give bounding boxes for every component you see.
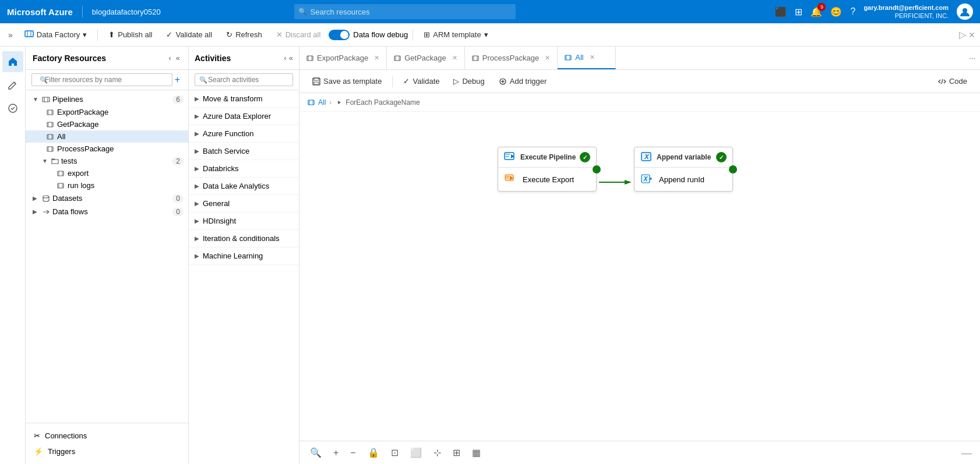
canvas-fit-btn[interactable]: ⊡ — [389, 446, 401, 459]
canvas-select-btn[interactable]: ⊹ — [431, 446, 443, 459]
activity-databricks[interactable]: ▶ Databricks — [189, 160, 299, 178]
tab-icon-2 — [394, 55, 401, 62]
canvas-lock-btn[interactable]: 🔒 — [365, 446, 382, 459]
forward-icon[interactable]: ▷ — [959, 29, 966, 40]
dataflows-section: ▶ Data flows 0 — [26, 205, 188, 218]
pipeline-canvas[interactable]: Execute Pipeline ✓ Execute Export — [299, 112, 980, 464]
save-as-template-btn[interactable]: Save as template — [306, 75, 387, 88]
publish-all-btn[interactable]: ⬆ Publish all — [103, 27, 158, 43]
append-runid-icon: X — [640, 172, 654, 186]
tab-close-2[interactable]: ✕ — [452, 54, 457, 62]
validate-btn[interactable]: ✓ Validate — [397, 75, 445, 88]
canvas-zoom-in-btn[interactable]: + — [331, 447, 341, 459]
breadcrumb: All › ForEach PackageName — [299, 93, 980, 112]
dataflows-label: Data flows — [52, 207, 170, 216]
runlogs-icon — [57, 182, 64, 189]
filter-input[interactable] — [31, 73, 172, 86]
monitor-sidebar-btn[interactable] — [2, 98, 23, 119]
tab-close-3[interactable]: ✕ — [545, 54, 550, 62]
activity-data-lake[interactable]: ▶ Data Lake Analytics — [189, 178, 299, 195]
pipelines-label: Pipelines — [52, 95, 170, 104]
tab-all[interactable]: All ✕ — [558, 47, 616, 69]
activity-label6: Data Lake Analytics — [203, 182, 269, 190]
datasets-header[interactable]: ▶ Datasets 0 — [26, 192, 188, 205]
data-factory-btn[interactable]: Data Factory ▾ — [19, 27, 93, 43]
debug-label: Data flow debug — [353, 30, 408, 39]
svg-rect-17 — [47, 147, 53, 151]
tabs-more-btn[interactable]: ··· — [964, 54, 980, 62]
help-icon[interactable]: ? — [850, 6, 855, 17]
collapse-both-icon[interactable]: « — [175, 52, 181, 63]
pipeline-processpackage-item[interactable]: ProcessPackage — [26, 143, 188, 155]
activity-general[interactable]: ▶ General — [189, 195, 299, 212]
cloud-shell-icon[interactable]: ⬛ — [775, 6, 787, 17]
user-name: gary.brandt@perficient.com — [863, 3, 949, 12]
toggle-thumb — [340, 31, 348, 39]
arm-template-btn[interactable]: ⊞ ARM template ▾ — [418, 27, 493, 43]
add-trigger-btn[interactable]: Add trigger — [493, 75, 553, 88]
activities-collapse-icon[interactable]: ‹ — [284, 54, 286, 62]
activity-batch-service[interactable]: ▶ Batch Service — [189, 143, 299, 160]
activities-panel: Activities ‹ « 🔍 ▶ Move & transform ▶ Az… — [189, 47, 299, 464]
feedback-icon[interactable]: 😊 — [830, 6, 842, 17]
collapse-icon[interactable]: » — [5, 28, 16, 42]
triggers-item[interactable]: ⚡ Triggers — [26, 444, 188, 459]
svg-rect-20 — [58, 171, 64, 176]
collapse-left-icon[interactable]: ‹ — [167, 52, 172, 63]
activity-azure-explorer[interactable]: ▶ Azure Data Explorer — [189, 108, 299, 125]
pipeline-all-item[interactable]: All — [26, 130, 188, 143]
pipelines-header[interactable]: ▼ Pipelines 6 — [26, 93, 188, 106]
resources-footer: ✂ Connections ⚡ Triggers — [26, 423, 188, 464]
dataflows-header[interactable]: ▶ Data flows 0 — [26, 205, 188, 218]
canvas-grid-btn[interactable]: ▦ — [470, 446, 483, 459]
tab-process-package[interactable]: ProcessPackage ✕ — [465, 47, 558, 69]
append-variable-node[interactable]: X Append variable ✓ X Append runId — [634, 147, 733, 192]
main-layout: Factory Resources ‹ « 🔍 + ▼ Pipelines 6 — [0, 47, 980, 464]
tab-close-4[interactable]: ✕ — [590, 54, 595, 61]
activities-search-input[interactable] — [195, 73, 293, 86]
code-btn[interactable]: Code — [932, 75, 973, 88]
canvas-zoom-out-btn[interactable]: − — [348, 447, 358, 459]
tab-get-package[interactable]: GetPackage ✕ — [387, 47, 465, 69]
connections-item[interactable]: ✂ Connections — [26, 428, 188, 444]
execute-pipeline-status: ✓ — [580, 152, 590, 162]
activity-arrow2: ▶ — [195, 113, 199, 119]
activity-label10: Machine Learning — [203, 252, 263, 260]
canvas-search-btn[interactable]: 🔍 — [308, 446, 324, 459]
activity-hdinsight[interactable]: ▶ HDInsight — [189, 212, 299, 230]
activity-ml[interactable]: ▶ Machine Learning — [189, 247, 299, 265]
directory-icon[interactable]: ⊞ — [795, 6, 802, 17]
append-connector-right — [729, 165, 737, 173]
tests-folder-header[interactable]: ▼ tests 2 — [26, 155, 188, 167]
pencil-sidebar-btn[interactable] — [2, 75, 23, 95]
add-resource-icon[interactable]: + — [172, 73, 182, 86]
canvas-layout-btn[interactable]: ⊞ — [450, 446, 463, 459]
refresh-btn[interactable]: ↻ Refresh — [220, 27, 268, 43]
canvas-crop-btn[interactable]: ⬜ — [408, 446, 424, 459]
debug-toggle-switch[interactable] — [329, 30, 350, 40]
close-panel-icon[interactable]: ✕ — [968, 30, 975, 40]
execute-pipeline-node[interactable]: Execute Pipeline ✓ Execute Export — [498, 147, 597, 192]
activity-iteration[interactable]: ▶ Iteration & conditionals — [189, 230, 299, 247]
export-item[interactable]: export — [26, 167, 188, 179]
topbar-right: ⬛ ⊞ 🔔 9 😊 ? gary.brandt@perficient.com P… — [775, 3, 973, 20]
execute-export-label: Execute Export — [523, 175, 574, 184]
debug-btn[interactable]: ▷ Debug — [447, 75, 490, 88]
avatar[interactable] — [957, 3, 973, 20]
run-logs-item[interactable]: run logs — [26, 179, 188, 192]
pipeline-export-item[interactable]: ExportPackage — [26, 106, 188, 118]
pipeline-getpackage-item[interactable]: GetPackage — [26, 118, 188, 130]
activities-collapse-both-icon[interactable]: « — [289, 54, 293, 62]
breadcrumb-root[interactable]: All — [318, 98, 326, 107]
breadcrumb-child-icon — [335, 99, 342, 106]
svg-rect-52 — [505, 156, 509, 157]
validate-all-btn[interactable]: ✓ Validate all — [160, 27, 218, 43]
activity-azure-function[interactable]: ▶ Azure Function — [189, 125, 299, 143]
home-sidebar-btn[interactable] — [2, 51, 23, 72]
connections-icon: ✂ — [34, 431, 40, 440]
tab-export-package[interactable]: ExportPackage ✕ — [299, 47, 387, 69]
activity-move-transform[interactable]: ▶ Move & transform — [189, 90, 299, 108]
tab-close-1[interactable]: ✕ — [374, 54, 379, 62]
search-input[interactable] — [294, 4, 516, 19]
datasets-arrow: ▶ — [33, 195, 40, 201]
